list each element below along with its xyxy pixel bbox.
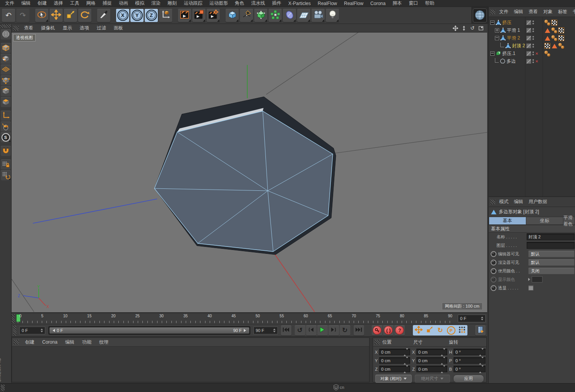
polygon-object-icon[interactable] xyxy=(496,20,501,25)
rot-b-input[interactable]: 0 ° xyxy=(453,366,486,372)
menu-item[interactable]: 编辑 xyxy=(18,0,34,7)
xray-radio-icon[interactable] xyxy=(491,285,496,291)
object-row-smooth1[interactable]: 平滑 1 xyxy=(489,26,575,34)
mini-timeline-button[interactable] xyxy=(475,325,486,336)
undo-button[interactable]: ↶ xyxy=(2,9,15,22)
object-row-extrude[interactable]: 挤压 xyxy=(489,19,575,26)
layer-swatch[interactable] xyxy=(526,20,531,25)
zoom-view-icon[interactable] xyxy=(461,25,467,31)
tab-basic[interactable]: 基本 xyxy=(489,217,526,224)
object-tag[interactable] xyxy=(551,20,557,26)
visibility-dots-icon[interactable] xyxy=(532,51,534,55)
object-row-extrude1[interactable]: 挤压.1 xyxy=(489,50,575,57)
keyframe-selection-button[interactable]: ? xyxy=(394,325,405,336)
attribute-menu-item[interactable]: 模式 xyxy=(496,199,511,205)
redo-button[interactable]: ↷ xyxy=(16,9,29,22)
coordinate-system-button[interactable] xyxy=(159,9,172,22)
tab-phong[interactable]: 平滑着色 xyxy=(563,217,575,224)
timeline-grip[interactable] xyxy=(12,314,15,324)
viewport-menu-item[interactable]: 查看 xyxy=(20,25,37,31)
render-visibility-radio-icon[interactable] xyxy=(491,260,496,265)
knife-button[interactable] xyxy=(97,9,110,22)
object-tag[interactable] xyxy=(544,20,550,26)
visibility-dots-icon[interactable] xyxy=(532,28,534,32)
points-mode-button[interactable] xyxy=(1,75,11,86)
viewport-menu-item[interactable]: 显示 xyxy=(59,25,76,31)
statusbar-grip[interactable] xyxy=(1,385,5,391)
transport-grip[interactable] xyxy=(13,325,16,336)
size-z-input[interactable]: 0 cm xyxy=(416,366,447,372)
menu-item[interactable]: 运动图形 xyxy=(206,0,231,7)
name-input[interactable]: 封顶 2 xyxy=(527,233,575,240)
viewport-menu-item[interactable]: 面板 xyxy=(110,25,127,31)
move-button[interactable] xyxy=(50,9,63,22)
add-cloner-button[interactable] xyxy=(269,9,282,22)
object-row-ngon[interactable]: 多边 xyxy=(489,57,575,65)
object-label[interactable]: 封顶 2 xyxy=(512,43,525,49)
model-mode-button[interactable] xyxy=(1,43,11,53)
rot-h-input[interactable]: 0 ° xyxy=(453,349,486,355)
stepper-icon[interactable] xyxy=(479,317,483,320)
stepper-icon[interactable] xyxy=(271,329,276,332)
layer-swatch[interactable] xyxy=(526,59,531,64)
object-visibility[interactable] xyxy=(525,51,543,56)
display-color-radio-icon[interactable] xyxy=(491,277,496,282)
object-row-cap2[interactable]: 封顶 2 xyxy=(489,42,575,50)
layer-swatch[interactable] xyxy=(526,43,531,48)
object-tag[interactable] xyxy=(551,43,557,49)
material-menu-item[interactable]: 功能 xyxy=(78,339,95,346)
render-visibility-dropdown[interactable]: 默认 xyxy=(528,259,575,266)
object-label[interactable]: 多边 xyxy=(507,58,516,65)
render-view-button[interactable] xyxy=(178,9,191,22)
workplane-mode-button[interactable] xyxy=(1,65,11,75)
visibility-dots-icon[interactable] xyxy=(532,59,534,63)
add-primitive-cube-button[interactable] xyxy=(226,9,239,22)
coordinates-grip[interactable] xyxy=(375,340,380,344)
enable-snap-button[interactable] xyxy=(1,146,11,156)
axis-y-lock-button[interactable]: Y xyxy=(130,9,144,22)
next-key-button[interactable]: ↻ xyxy=(340,325,350,336)
collapse-icon[interactable] xyxy=(490,21,495,25)
layer-swatch[interactable] xyxy=(526,51,531,56)
object-label[interactable]: 挤压.1 xyxy=(502,50,515,57)
render-settings-button[interactable] xyxy=(207,9,220,22)
enable-axis-button[interactable] xyxy=(1,111,11,121)
use-color-radio-icon[interactable] xyxy=(491,268,496,274)
size-y-input[interactable]: 0 cm xyxy=(416,357,447,364)
menu-item[interactable]: 捕捉 xyxy=(99,0,115,7)
display-color-swatch[interactable] xyxy=(532,276,542,282)
polygon-object-icon[interactable] xyxy=(500,27,506,33)
object-tag[interactable] xyxy=(544,43,550,49)
next-frame-button[interactable] xyxy=(329,325,339,336)
menu-item[interactable]: 创建 xyxy=(34,0,50,7)
pos-y-input[interactable]: 0 cm xyxy=(379,357,410,364)
object-manager-menu-item[interactable]: 编辑 xyxy=(511,9,526,15)
object-tag[interactable] xyxy=(558,35,564,41)
menu-item[interactable]: 窗口 xyxy=(405,0,421,7)
object-tag[interactable] xyxy=(551,27,557,33)
rot-p-input[interactable]: 0 ° xyxy=(453,357,486,364)
add-light-button[interactable] xyxy=(326,9,339,22)
scale-button[interactable] xyxy=(64,9,77,22)
timeline-ruler[interactable]: 051015202530354045505560657075808590 0 F xyxy=(12,313,487,324)
lock-workplane-button[interactable] xyxy=(1,159,11,169)
tab-coordinates[interactable]: 坐标 xyxy=(526,217,563,224)
world-globe-button[interactable] xyxy=(473,9,487,22)
attribute-manager-grip[interactable] xyxy=(490,200,495,204)
collapse-icon[interactable] xyxy=(490,51,495,56)
toggle-panel-icon[interactable] xyxy=(478,25,484,31)
extrude-generator-icon[interactable] xyxy=(496,51,501,56)
material-list-empty[interactable] xyxy=(12,347,369,382)
ngon-spline-icon[interactable] xyxy=(500,58,505,64)
object-label[interactable]: 挤压 xyxy=(502,19,512,26)
editor-visibility-radio-icon[interactable] xyxy=(491,251,496,257)
material-menu-item[interactable]: 创建 xyxy=(21,339,38,346)
polygon-object-icon[interactable] xyxy=(505,43,511,48)
key-position-button[interactable] xyxy=(413,325,424,335)
coordinate-mode-dropdown[interactable]: 对象 (相对) xyxy=(375,375,412,383)
end-frame-spinner[interactable]: 90 F xyxy=(253,327,278,334)
size-x-input[interactable]: 0 cm xyxy=(416,349,447,355)
object-manager-menu-item[interactable]: 查看 xyxy=(526,9,541,15)
menu-item[interactable]: 工具 xyxy=(67,0,83,7)
viewport-menu-item[interactable]: 摄像机 xyxy=(37,25,59,31)
